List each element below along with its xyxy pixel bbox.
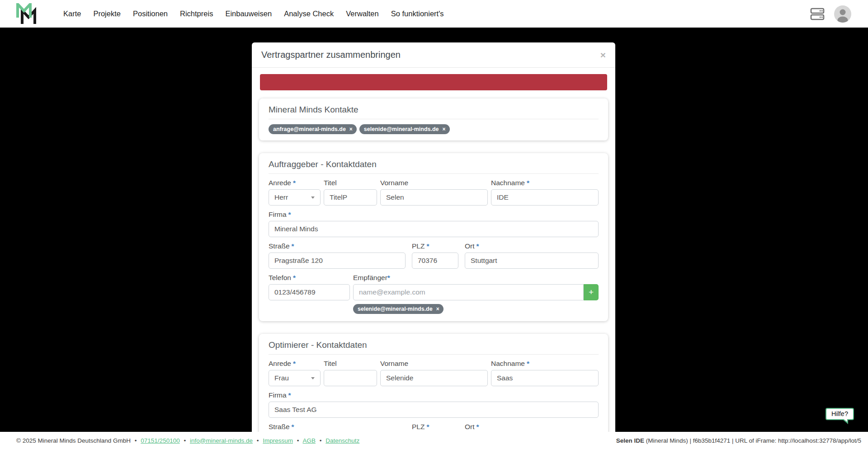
session-info: Selen IDE (Mineral Minds) | f6b35b1f4271… bbox=[616, 437, 861, 444]
telefon-label: Telefon* bbox=[269, 273, 350, 282]
footer-link-phone[interactable]: 07151/250100 bbox=[141, 437, 179, 444]
required-star: * bbox=[426, 423, 429, 430]
vertragspartner-modal: Vertragspartner zusammenbringen × Minera… bbox=[252, 42, 615, 449]
chevron-down-icon bbox=[311, 196, 315, 199]
footer-bar: © 2025 Mineral Minds Deutschland GmbH • … bbox=[0, 432, 868, 449]
ort-label: Ort* bbox=[465, 422, 599, 431]
tag-remove-icon[interactable]: × bbox=[436, 306, 439, 312]
plz-label: PLZ* bbox=[412, 242, 458, 250]
help-bubble[interactable]: Hilfe? bbox=[826, 408, 854, 420]
plz-input[interactable] bbox=[412, 253, 458, 269]
footer-legal: © 2025 Mineral Minds Deutschland GmbH • … bbox=[16, 437, 359, 444]
nachname-input-optimierer[interactable] bbox=[491, 370, 599, 386]
required-star: * bbox=[527, 360, 529, 367]
footer-link-impressum[interactable]: Impressum bbox=[263, 437, 293, 444]
titel-input-optimierer[interactable] bbox=[324, 370, 377, 386]
empfaenger-label: Empfänger* bbox=[353, 273, 599, 282]
optimierer-row-name: Anrede* Frau Titel Vorname Nachname* bbox=[269, 359, 599, 386]
contact-tag-label: anfrage@mineral-minds.de bbox=[273, 126, 346, 132]
required-star: * bbox=[387, 274, 390, 281]
strasse-label: Straße* bbox=[269, 422, 406, 431]
tag-remove-icon[interactable]: × bbox=[349, 126, 353, 132]
footer-link-email[interactable]: info@mineral-minds.de bbox=[190, 437, 253, 444]
nav-item-verwalten[interactable]: Verwalten bbox=[346, 9, 378, 18]
modal-header: Vertragspartner zusammenbringen × bbox=[252, 42, 615, 68]
optimierer-row-firma: Firma* bbox=[269, 391, 599, 418]
server-icon[interactable] bbox=[810, 8, 825, 20]
separator: • bbox=[135, 437, 137, 444]
modal-body: Mineral Minds Kontakte anfrage@mineral-m… bbox=[252, 68, 615, 449]
required-star: * bbox=[292, 423, 294, 430]
separator: • bbox=[257, 437, 259, 444]
nav-item-analyse-check[interactable]: Analyse Check bbox=[284, 9, 334, 18]
kontakte-card: Mineral Minds Kontakte anfrage@mineral-m… bbox=[259, 98, 608, 140]
optimierer-card-title: Optimierer - Kontaktdaten bbox=[269, 340, 599, 350]
kontakte-card-title: Mineral Minds Kontakte bbox=[269, 105, 599, 114]
plz-label: PLZ* bbox=[412, 422, 458, 431]
auftraggeber-row-adresse: Straße* PLZ* Ort* bbox=[269, 242, 599, 269]
required-star: * bbox=[293, 179, 296, 187]
kontakte-tags: anfrage@mineral-minds.de × selenide@mine… bbox=[269, 124, 599, 134]
titel-input[interactable] bbox=[324, 189, 377, 206]
required-star: * bbox=[426, 242, 429, 250]
ort-input[interactable] bbox=[465, 253, 599, 269]
chevron-down-icon bbox=[311, 377, 315, 379]
nav-item-einbauweisen[interactable]: Einbauweisen bbox=[225, 9, 272, 18]
required-star: * bbox=[476, 423, 479, 430]
nav-item-positionen[interactable]: Positionen bbox=[133, 9, 168, 18]
vorname-input[interactable] bbox=[380, 189, 488, 206]
titel-label: Titel bbox=[324, 359, 377, 368]
firma-input-optimierer[interactable] bbox=[269, 402, 599, 418]
add-recipient-button[interactable]: + bbox=[584, 284, 599, 300]
nachname-label: Nachname* bbox=[491, 359, 599, 368]
anrede-select-optimierer[interactable]: Frau bbox=[269, 370, 321, 386]
close-icon[interactable]: × bbox=[600, 50, 606, 60]
firma-input[interactable] bbox=[269, 221, 599, 237]
main-menu: Karte Projekte Positionen Richtpreis Ein… bbox=[63, 9, 444, 18]
empfaenger-input[interactable] bbox=[353, 284, 584, 300]
anrede-label: Anrede* bbox=[269, 178, 321, 187]
auftraggeber-row-name: Anrede* Herr Titel Vorname Nachname* bbox=[269, 178, 599, 206]
separator: • bbox=[297, 437, 299, 444]
separator: • bbox=[320, 437, 322, 444]
required-star: * bbox=[476, 242, 479, 250]
divider bbox=[269, 119, 599, 119]
divider bbox=[269, 173, 599, 174]
tag-remove-icon[interactable]: × bbox=[443, 126, 446, 132]
mineral-minds-logo[interactable] bbox=[16, 3, 36, 25]
nav-item-karte[interactable]: Karte bbox=[63, 9, 81, 18]
divider bbox=[269, 354, 599, 355]
copyright-text: © 2025 Mineral Minds Deutschland GmbH bbox=[16, 437, 131, 444]
contact-tag: selenide@mineral-minds.de × bbox=[359, 124, 450, 134]
auftraggeber-row-firma: Firma* bbox=[269, 210, 599, 237]
contact-tag: anfrage@mineral-minds.de × bbox=[269, 124, 357, 134]
required-star: * bbox=[293, 360, 296, 367]
telefon-input[interactable] bbox=[269, 284, 350, 300]
vorname-input-optimierer[interactable] bbox=[380, 370, 488, 386]
required-star: * bbox=[288, 391, 291, 399]
top-navigation-bar: Karte Projekte Positionen Richtpreis Ein… bbox=[0, 0, 868, 28]
nav-item-richtpreis[interactable]: Richtpreis bbox=[180, 9, 213, 18]
modal-title: Vertragspartner zusammenbringen bbox=[261, 50, 401, 60]
nav-item-so-funktionierts[interactable]: So funktioniert's bbox=[391, 9, 444, 18]
footer-link-datenschutz[interactable]: Datenschutz bbox=[326, 437, 359, 444]
required-star: * bbox=[292, 242, 294, 250]
anrede-select[interactable]: Herr bbox=[269, 189, 321, 206]
required-star: * bbox=[288, 210, 291, 218]
ort-label: Ort* bbox=[465, 242, 599, 250]
auftraggeber-card-title: Auftraggeber - Kontaktdaten bbox=[269, 159, 599, 169]
footer-link-agb[interactable]: AGB bbox=[303, 437, 316, 444]
anrede-selected-value: Frau bbox=[274, 374, 289, 382]
strasse-input[interactable] bbox=[269, 253, 406, 269]
nav-item-projekte[interactable]: Projekte bbox=[93, 9, 121, 18]
user-avatar-icon[interactable] bbox=[834, 5, 851, 23]
recipient-tag-label: selenide@mineral-minds.de bbox=[358, 306, 433, 312]
contact-tag-label: selenide@mineral-minds.de bbox=[364, 126, 439, 132]
required-star: * bbox=[293, 274, 296, 281]
nachname-input[interactable] bbox=[491, 189, 599, 206]
session-details: (Mineral Minds) | f6b35b1f4271 | URL of … bbox=[644, 437, 861, 444]
required-star: * bbox=[527, 179, 529, 187]
separator: • bbox=[184, 437, 186, 444]
anrede-label: Anrede* bbox=[269, 359, 321, 368]
empfaenger-tags: selenide@mineral-minds.de × bbox=[353, 304, 599, 314]
